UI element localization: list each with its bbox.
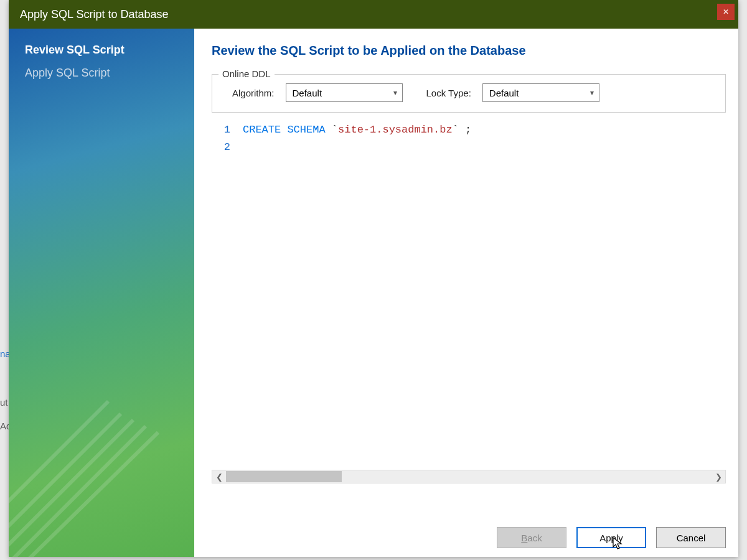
sidebar-step-apply[interactable]: Apply SQL Script — [25, 63, 194, 86]
sidebar-step-review[interactable]: Review SQL Script — [25, 40, 194, 63]
sql-editor[interactable]: 1 2 CREATE SCHEMA `site-1.sysadmin.bz` ; — [212, 118, 726, 467]
back-button: Back — [497, 527, 566, 548]
page-title: Review the SQL Script to be Applied on t… — [212, 44, 726, 58]
dialog-body: Review SQL Script Apply SQL Script Revie… — [9, 29, 738, 557]
cancel-button[interactable]: Cancel — [656, 527, 726, 548]
main-panel: Review the SQL Script to be Applied on t… — [194, 29, 738, 557]
scroll-right-icon[interactable]: ❯ — [712, 472, 725, 482]
lock-type-label: Lock Type: — [426, 88, 471, 98]
button-label: Apply — [599, 533, 623, 543]
ddl-row: Algorithm: Default ▾ Lock Type: Default … — [222, 83, 715, 102]
titlebar: Apply SQL Script to Database ✕ — [9, 0, 738, 29]
algorithm-label: Algorithm: — [232, 88, 275, 98]
code-area[interactable]: CREATE SCHEMA `site-1.sysadmin.bz` ; — [243, 121, 726, 467]
button-label: Cancel — [677, 533, 706, 543]
window-title: Apply SQL Script to Database — [20, 8, 168, 21]
algorithm-value: Default — [293, 88, 322, 98]
sql-punct: ` — [453, 124, 459, 136]
sql-punct: ; — [459, 124, 471, 136]
sql-punct: ` — [326, 124, 338, 136]
close-icon: ✕ — [723, 7, 729, 16]
button-row: Back Apply Cancel — [212, 483, 726, 548]
algorithm-select[interactable]: Default ▾ — [286, 83, 403, 102]
apply-sql-dialog: Apply SQL Script to Database ✕ Review SQ… — [9, 0, 738, 557]
horizontal-scrollbar[interactable]: ❮ ❯ — [212, 470, 726, 483]
sidebar-item-label: Apply SQL Script — [25, 67, 110, 79]
button-label: Back — [521, 533, 542, 543]
line-number: 1 — [212, 121, 230, 139]
wizard-sidebar: Review SQL Script Apply SQL Script — [9, 29, 194, 557]
scroll-track[interactable] — [226, 470, 712, 483]
sidebar-item-label: Review SQL Script — [25, 44, 125, 56]
sql-keyword: CREATE SCHEMA — [243, 124, 326, 136]
fieldset-legend: Online DDL — [218, 68, 275, 79]
lock-type-value: Default — [489, 88, 519, 98]
chevron-down-icon: ▾ — [590, 88, 594, 97]
online-ddl-fieldset: Online DDL Algorithm: Default ▾ Lock Typ… — [212, 74, 726, 113]
line-number: 2 — [212, 139, 230, 156]
lock-type-select[interactable]: Default ▾ — [482, 83, 599, 102]
apply-button[interactable]: Apply — [576, 527, 646, 548]
close-button[interactable]: ✕ — [717, 4, 735, 20]
line-number-gutter: 1 2 — [212, 121, 243, 467]
chevron-down-icon: ▾ — [393, 88, 397, 97]
decorative-streaks — [9, 333, 194, 557]
scroll-thumb[interactable] — [226, 471, 342, 482]
scroll-left-icon[interactable]: ❮ — [212, 472, 226, 482]
sql-identifier: site-1.sysadmin.bz — [338, 124, 453, 136]
